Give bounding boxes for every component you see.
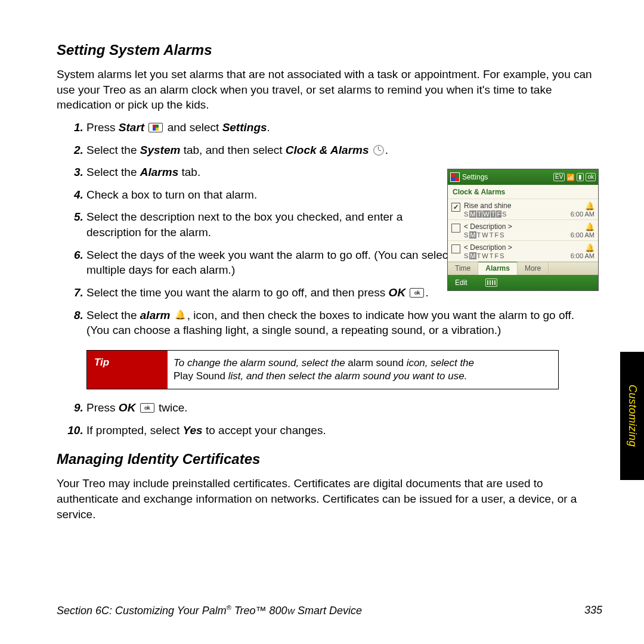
alarm-description: < Description >	[464, 222, 571, 231]
battery-icon: ▮	[577, 173, 584, 181]
alarm-bell-icon: 🔔	[175, 309, 186, 321]
ss-tab-alarms: Alarms	[478, 261, 518, 275]
page-number: 335	[584, 604, 602, 617]
footer-section-title: Section 6C: Customizing Your Palm® Treo™…	[57, 604, 362, 617]
step-10: If prompted, select Yes to accept your c…	[86, 423, 593, 438]
alarm-time: 6:00 AM	[571, 210, 595, 218]
alarm-row: < Description >SMTWTFS🔔6:00 AM	[448, 241, 598, 262]
alarm-days: SMTWTFS	[464, 231, 571, 239]
ss-alarm-rows: ✓Rise and shineSMTWTFS🔔6:00 AM< Descript…	[448, 199, 598, 262]
step-6: Select the days of the week you want the…	[86, 247, 456, 278]
alarm-days: SMTWTFS	[464, 210, 571, 218]
step-9: Press OK ok twice.	[86, 400, 593, 416]
status-ok: ok	[586, 173, 596, 181]
step-5: Select the description next to the box y…	[86, 209, 456, 240]
alarm-time: 6:00 AM	[571, 252, 595, 259]
clock-alarms-screenshot: Settings EV 📶 ▮ ok Clock & Alarms ✓Rise …	[447, 169, 599, 291]
start-flag-icon	[148, 123, 163, 132]
steps-list-cont: Press OK ok twice. If prompted, select Y…	[57, 400, 593, 438]
step-7: Select the time you want the alarm to go…	[86, 285, 456, 301]
tip-body: To change the alarm sound, select the al…	[168, 351, 558, 389]
alarm-description: < Description >	[464, 243, 571, 252]
alarm-row: < Description >SMTWTFS🔔6:00 AM	[448, 220, 598, 241]
windows-flag-icon	[450, 172, 460, 182]
heading-managing-identity-certificates: Managing Identity Certificates	[57, 451, 593, 467]
step-4: Check a box to turn on that alarm.	[86, 187, 456, 203]
ss-menu-edit: Edit	[455, 278, 467, 287]
signal-icon: 📶	[566, 174, 575, 181]
ss-subtitle: Clock & Alarms	[448, 185, 598, 199]
alarm-days: SMTWTFS	[464, 252, 571, 259]
clock-alarms-icon	[373, 145, 384, 156]
ss-menubar: Edit	[448, 275, 598, 290]
bell-icon: 🔔	[571, 222, 595, 231]
alarm-time: 6:00 AM	[571, 231, 595, 239]
heading-setting-system-alarms: Setting System Alarms	[57, 42, 593, 58]
ss-tab-more: More	[518, 262, 549, 275]
alarm-checkbox	[451, 244, 460, 253]
side-tab-customizing: Customizing	[620, 352, 644, 480]
ok-button-icon: ok	[410, 288, 424, 298]
step-2: Select the System tab, and then select C…	[86, 143, 593, 158]
step-8: Select the alarm 🔔, icon, and then check…	[86, 308, 593, 338]
ss-tabs: TimeAlarmsMore	[448, 262, 598, 275]
intro-paragraph-2: Your Treo may include preinstalled certi…	[57, 476, 593, 522]
status-ev: EV	[553, 173, 565, 181]
bell-icon: 🔔	[571, 202, 595, 210]
tip-label: Tip	[87, 351, 168, 389]
alarm-checkbox: ✓	[451, 203, 460, 212]
bell-icon: 🔔	[571, 243, 595, 252]
keyboard-icon	[485, 278, 497, 287]
intro-paragraph-1: System alarms let you set alarms that ar…	[57, 67, 593, 113]
ss-titlebar: Settings EV 📶 ▮ ok	[448, 169, 598, 185]
ss-status-area: EV 📶 ▮ ok	[553, 173, 596, 181]
alarm-description: Rise and shine	[464, 202, 571, 210]
ok-button-icon: ok	[140, 403, 154, 413]
tip-box: Tip To change the alarm sound, select th…	[86, 350, 559, 389]
alarm-row: ✓Rise and shineSMTWTFS🔔6:00 AM	[448, 199, 598, 220]
page-footer: Section 6C: Customizing Your Palm® Treo™…	[57, 604, 602, 617]
step-1: Press Start and select Settings.	[86, 120, 593, 135]
ss-tab-time: Time	[448, 262, 478, 275]
alarm-checkbox	[451, 224, 460, 233]
ss-title: Settings	[462, 173, 488, 181]
